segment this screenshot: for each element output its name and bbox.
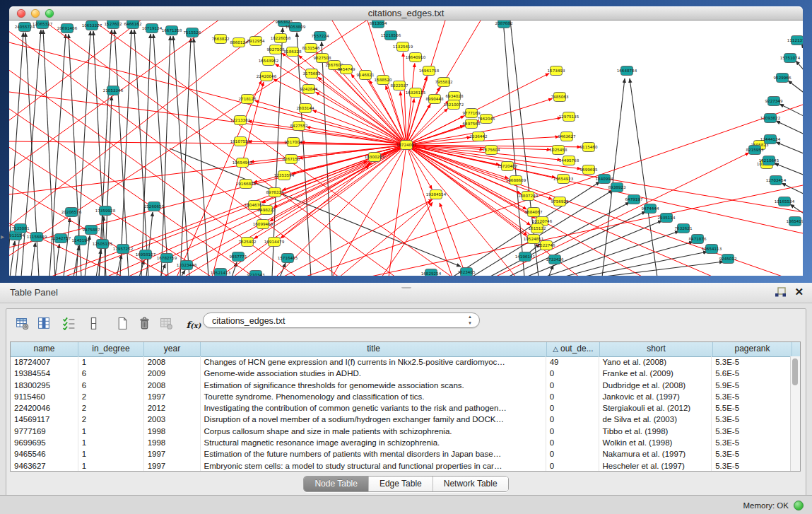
graph-node-1573493[interactable]: 1573493: [548, 66, 565, 76]
graph-node-9210343[interactable]: 9210343: [247, 271, 265, 276]
graph-node-13654923[interactable]: 13654923: [553, 175, 574, 184]
minimize-window-icon[interactable]: [31, 9, 40, 18]
graph-node-22420046[interactable]: 22420046: [257, 72, 277, 81]
graph-node-6479197[interactable]: 6479197: [625, 195, 643, 204]
graph-node-16958107[interactable]: 16958107: [136, 250, 156, 259]
table-row[interactable]: 2242004622012Investigating the contribut…: [11, 402, 791, 414]
graph-node-16914479[interactable]: 16914479: [264, 238, 285, 247]
close-window-icon[interactable]: [17, 9, 25, 18]
graph-node-2803144[interactable]: 2803144: [297, 104, 314, 113]
table-row[interactable]: 1872400712008Changes of HCN gene express…: [11, 356, 791, 368]
table-row[interactable]: 977716911998Corpus callosum shape and si…: [11, 426, 791, 437]
graph-node-10653327[interactable]: 10653327: [82, 21, 102, 30]
graph-node-9245012[interactable]: 9245012: [719, 255, 737, 264]
graph-node-16961758[interactable]: 16961758: [419, 66, 440, 76]
table-row[interactable]: 946362711997Embryonic stem cells: a mode…: [11, 460, 791, 472]
column-header-name[interactable]: name: [11, 342, 78, 356]
graph-node-6466162[interactable]: 6466162: [124, 21, 142, 29]
graph-node-9975887[interactable]: 9975887: [83, 226, 100, 235]
close-panel-icon[interactable]: ✕: [794, 286, 804, 298]
graph-node-7823405[interactable]: 7823405: [458, 268, 476, 276]
table-row[interactable]: 969969511998Structural magnetic resonanc…: [11, 437, 791, 448]
graph-node-2087682[interactable]: 2087682: [495, 21, 513, 28]
graph-node-19521413[interactable]: 19521413: [211, 269, 231, 276]
graph-node-3175685[interactable]: 3175685: [303, 69, 321, 78]
graph-node-7462045[interactable]: 7462045: [478, 115, 495, 124]
graph-node-8938923[interactable]: 8938923: [608, 183, 626, 192]
table-row[interactable]: 946554611997Estimation of the future num…: [11, 448, 791, 460]
graph-node-7575604[interactable]: 7575604: [483, 146, 500, 155]
scrollbar-thumb[interactable]: [792, 358, 798, 385]
graph-node-8427552[interactable]: 8427552: [290, 122, 308, 131]
zoom-window-icon[interactable]: [45, 9, 54, 18]
graph-node-16210072[interactable]: 16210072: [444, 100, 464, 110]
row-height-button[interactable]: [85, 315, 102, 334]
graph-node-8978334[interactable]: 8978334: [266, 188, 284, 197]
graph-node-12023448[interactable]: 12023448: [177, 261, 197, 270]
graph-node-9884067[interactable]: 9884067: [525, 208, 543, 217]
graph-node-9146821[interactable]: 9146821: [357, 71, 375, 80]
graph-node-9115460[interactable]: 9115460: [580, 143, 598, 152]
table-scrollbar[interactable]: [790, 356, 800, 471]
graph-node-7625402[interactable]: 7625402: [239, 238, 257, 247]
panel-resize-handle[interactable]: [401, 284, 411, 288]
table-row[interactable]: 1938455462009Genome-wide association stu…: [11, 368, 791, 379]
graph-node-9463627[interactable]: 9463627: [558, 132, 576, 141]
graph-node-8813054[interactable]: 8813054: [370, 21, 387, 28]
graph-node-9317004[interactable]: 9317004: [285, 138, 302, 147]
graph-node-9857771[interactable]: 9857771: [230, 252, 247, 262]
column-header-out_de[interactable]: △out_de...: [547, 342, 600, 356]
table-row[interactable]: 1830029562008Estimation of significance …: [11, 380, 791, 391]
graph-node-2336442[interactable]: 2336442: [470, 132, 488, 141]
graph-node-21053346[interactable]: 21053346: [103, 86, 124, 95]
graph-node-9474444[interactable]: 9474444: [642, 204, 659, 214]
graph-node-19384554[interactable]: 19384554: [426, 190, 447, 199]
graph-node-12065327[interactable]: 12065327: [33, 21, 53, 29]
graph-node-6934028[interactable]: 6934028: [446, 92, 464, 101]
tab-node-table[interactable]: Node Table: [304, 477, 369, 491]
graph-node-7515526[interactable]: 7515526: [184, 28, 201, 37]
graph-node-12505135[interactable]: 12505135: [93, 240, 113, 249]
graph-node-7557224[interactable]: 7557224: [312, 32, 329, 41]
graph-node-7663822[interactable]: 7663822: [212, 35, 230, 44]
graph-node-20691406[interactable]: 20691406: [57, 24, 78, 33]
graph-node-19166825[interactable]: 19166825: [236, 180, 257, 189]
graph-node-12975135[interactable]: 12975135: [559, 112, 579, 122]
window-titlebar[interactable]: citations_edges.txt: [9, 6, 803, 21]
graph-node-18226058[interactable]: 18226058: [271, 34, 291, 43]
graph-node-1588520[interactable]: 1588520: [375, 76, 392, 85]
delete-columns-button[interactable]: [136, 315, 153, 334]
graph-node-9498222[interactable]: 9498222: [258, 206, 276, 215]
graph-node-8267150[interactable]: 8267150: [283, 155, 300, 164]
graph-node-8860124[interactable]: 8860124: [230, 38, 248, 47]
column-header-year[interactable]: year: [144, 342, 201, 356]
table-row[interactable]: 911546021997Tourette syndrome. Phenomeno…: [11, 391, 791, 402]
graph-node-10165534[interactable]: 10165534: [775, 197, 795, 206]
graph-node-11121372[interactable]: 11121372: [787, 36, 803, 45]
graph-node-10719134[interactable]: 10719134: [142, 24, 163, 33]
graph-node-7632621[interactable]: 7632621: [675, 224, 693, 233]
table-selector-dropdown[interactable]: citations_edges.txt ▲ ▼: [203, 313, 480, 328]
graph-node-8186328[interactable]: 8186328: [284, 47, 302, 57]
graph-node-1145194[interactable]: 1145194: [72, 236, 90, 245]
graph-node-9242844[interactable]: 9242844: [300, 85, 318, 94]
graph-node-16671358[interactable]: 16671358: [162, 26, 182, 35]
tab-edge-table[interactable]: Edge Table: [369, 477, 433, 491]
column-checklist-button[interactable]: [60, 315, 77, 334]
graph-node-1615132[interactable]: 1615132: [529, 224, 546, 233]
graph-node-10654945[interactable]: 10654945: [233, 158, 253, 168]
graph-node-2935114[interactable]: 2935114: [658, 214, 676, 223]
select-column-button[interactable]: [35, 315, 52, 334]
graph-node-20206576[interactable]: 20206576: [61, 208, 82, 217]
graph-node-18640910[interactable]: 18640910: [406, 53, 426, 62]
graph-node-1527602[interactable]: 1527602: [105, 21, 122, 29]
graph-node-8990448[interactable]: 8990448: [426, 95, 444, 104]
graph-node-11325419[interactable]: 11325419: [393, 42, 413, 52]
graph-node-7485063[interactable]: 7485063: [551, 93, 569, 102]
tab-network-table[interactable]: Network Table: [433, 477, 508, 491]
graph-node-15218506[interactable]: 15218506: [381, 31, 401, 40]
graph-node-8322037[interactable]: 8322037: [391, 81, 408, 90]
graph-node-16648784[interactable]: 16648784: [617, 66, 637, 76]
table-settings-button[interactable]: [13, 315, 30, 334]
function-builder-button[interactable]: f(x): [185, 315, 202, 334]
